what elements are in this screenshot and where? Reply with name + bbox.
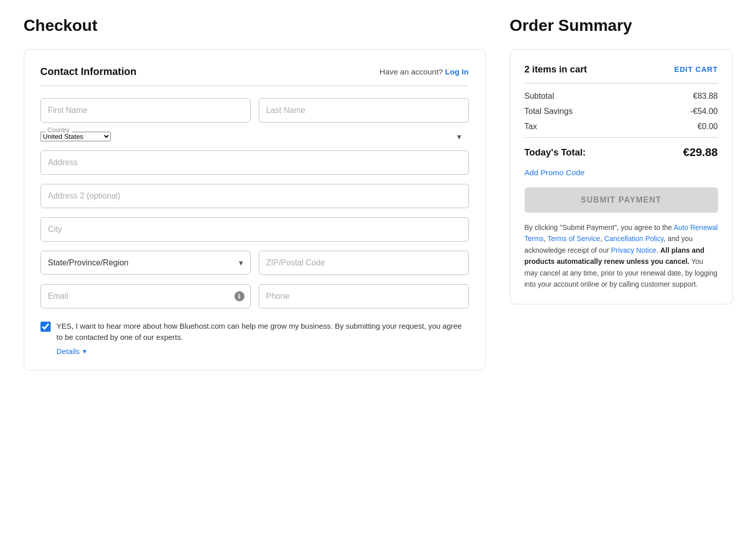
newsletter-checkbox[interactable] <box>41 322 51 332</box>
subtotal-line: Subtotal €83.88 <box>525 92 718 101</box>
details-link[interactable]: Details ▼ <box>57 347 469 356</box>
state-zip-row: State/Province/Region ▼ <box>41 251 469 275</box>
email-wrapper: ℹ <box>41 284 251 308</box>
login-link[interactable]: Log In <box>445 67 469 76</box>
order-divider-bottom <box>525 137 718 138</box>
city-input[interactable] <box>41 217 469 242</box>
checkout-title: Checkout <box>24 16 486 35</box>
name-row <box>41 98 469 123</box>
contact-header: Contact Information Have an account? Log… <box>41 66 469 77</box>
total-row: Today's Total: €29.88 <box>525 146 718 159</box>
subtotal-value: €83.88 <box>693 92 718 101</box>
savings-line: Total Savings -€54.00 <box>525 107 718 116</box>
email-info-icon[interactable]: ℹ <box>234 291 245 301</box>
tos-link[interactable]: Terms of Service <box>547 235 600 243</box>
first-name-input[interactable] <box>41 98 251 123</box>
tax-value: €0.00 <box>697 122 718 131</box>
country-field: Country United States ▼ <box>41 132 469 141</box>
checkout-form-card: Contact Information Have an account? Log… <box>24 49 486 370</box>
newsletter-checkbox-row: YES, I want to hear more about how Blueh… <box>41 321 469 343</box>
total-value: €29.88 <box>683 146 718 159</box>
email-input[interactable] <box>41 284 251 308</box>
phone-input[interactable] <box>259 284 469 308</box>
state-select[interactable]: State/Province/Region <box>41 251 251 275</box>
items-in-cart-label: 2 items in cart <box>525 64 587 75</box>
details-chevron-icon: ▼ <box>82 348 88 355</box>
edit-cart-button[interactable]: EDIT CART <box>674 65 718 73</box>
address2-input[interactable] <box>41 184 469 208</box>
privacy-link[interactable]: Privacy Notice <box>611 246 656 254</box>
country-select-wrapper: United States ▼ <box>41 132 469 141</box>
details-label: Details <box>57 347 79 356</box>
form-divider <box>41 86 469 86</box>
order-summary-card: 2 items in cart EDIT CART Subtotal €83.8… <box>510 49 733 304</box>
address2-field <box>41 184 469 208</box>
order-top-row: 2 items in cart EDIT CART <box>525 64 718 75</box>
tax-line: Tax €0.00 <box>525 122 718 131</box>
cancellation-link[interactable]: Cancellation Policy <box>604 235 663 243</box>
order-divider-top <box>525 83 718 84</box>
address-field <box>41 150 469 175</box>
last-name-input[interactable] <box>259 98 469 123</box>
address2-row <box>41 184 469 208</box>
subtotal-label: Subtotal <box>525 92 554 101</box>
address-row <box>41 150 469 175</box>
country-select[interactable]: United States <box>41 132 111 141</box>
add-promo-code-link[interactable]: Add Promo Code <box>525 168 718 177</box>
country-chevron-icon: ▼ <box>456 133 462 140</box>
zip-field <box>259 251 469 275</box>
submit-payment-button[interactable]: SUBMIT PAYMENT <box>525 187 718 213</box>
email-field: ℹ <box>41 284 251 308</box>
first-name-field <box>41 98 251 123</box>
contact-info-heading: Contact Information <box>41 66 137 77</box>
email-phone-row: ℹ <box>41 284 469 308</box>
total-label: Today's Total: <box>525 147 586 158</box>
state-select-wrapper: State/Province/Region ▼ <box>41 251 251 275</box>
savings-value: -€54.00 <box>690 107 718 116</box>
legal-text-3: . <box>656 246 660 254</box>
address-input[interactable] <box>41 150 469 175</box>
legal-text-1: By clicking "Submit Payment", you agree … <box>525 223 674 231</box>
order-summary-title: Order Summary <box>510 16 733 35</box>
legal-text: By clicking "Submit Payment", you agree … <box>525 222 718 290</box>
zip-input[interactable] <box>259 251 469 275</box>
tax-label: Tax <box>525 122 537 131</box>
city-row <box>41 217 469 242</box>
account-prompt: Have an account? Log In <box>380 67 469 76</box>
phone-field <box>259 284 469 308</box>
last-name-field <box>259 98 469 123</box>
savings-label: Total Savings <box>525 107 573 116</box>
state-field: State/Province/Region ▼ <box>41 251 251 275</box>
city-field <box>41 217 469 242</box>
checkbox-label-text: YES, I want to hear more about how Blueh… <box>57 321 469 343</box>
